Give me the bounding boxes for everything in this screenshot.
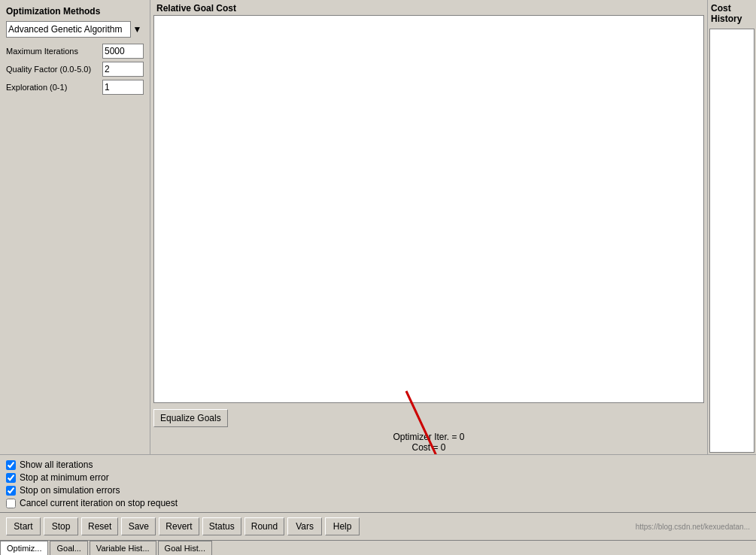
cost-history-label: Cost History <box>708 0 756 27</box>
cancel-current-iter-checkbox[interactable] <box>6 499 16 508</box>
save-button[interactable]: Save <box>121 517 156 535</box>
status-button[interactable]: Status <box>202 517 241 535</box>
stop-on-sim-errors-checkbox[interactable] <box>6 486 16 496</box>
cost-history-area <box>709 29 754 453</box>
button-bar: Start Stop Reset Save Revert Status Roun… <box>0 512 756 540</box>
stop-at-min-error-row: Stop at minimum error <box>6 472 750 483</box>
equalize-btn-row: Equalize Goals <box>150 406 707 430</box>
tab-goal-hist[interactable]: Goal Hist... <box>158 541 212 556</box>
chart-area <box>153 15 704 403</box>
right-panel: Cost History <box>707 0 756 454</box>
stop-button[interactable]: Stop <box>44 517 78 535</box>
optimizer-cost: Cost = 0 <box>156 442 701 453</box>
tab-goal[interactable]: Goal... <box>50 541 87 556</box>
left-panel: Optimization Methods Advanced Genetic Al… <box>0 0 150 454</box>
quality-factor-row: Quality Factor (0.0-5.0) <box>6 62 144 77</box>
algorithm-dropdown[interactable]: Advanced Genetic Algorithm <box>6 21 144 38</box>
max-iterations-input[interactable] <box>102 44 144 59</box>
show-all-iterations-row: Show all iterations <box>6 459 750 470</box>
exploration-input[interactable] <box>102 80 144 95</box>
reset-button[interactable]: Reset <box>81 517 118 535</box>
revert-button[interactable]: Revert <box>159 517 199 535</box>
show-all-iterations-checkbox[interactable] <box>6 460 16 470</box>
stop-at-min-error-label: Stop at minimum error <box>20 472 109 483</box>
stop-at-min-error-checkbox[interactable] <box>6 473 16 483</box>
quality-factor-label: Quality Factor (0.0-5.0) <box>6 65 102 74</box>
optimizer-iter: Optimizer Iter. = 0 <box>156 432 701 442</box>
watermark-text: https://blog.csdn.net/kexuedatan... <box>636 523 750 531</box>
equalize-goals-button[interactable]: Equalize Goals <box>153 409 228 427</box>
start-button[interactable]: Start <box>6 517 41 535</box>
optimization-methods-label: Optimization Methods <box>6 6 144 17</box>
tab-optimization[interactable]: Optimiz... <box>0 541 48 556</box>
center-panel: Relative Goal Cost Equalize Goals Optimi… <box>150 0 707 454</box>
optimizer-status: Optimizer Iter. = 0 Cost = 0 <box>150 430 707 454</box>
cancel-current-iter-label: Cancel current iteration on stop request <box>20 498 178 508</box>
stop-on-sim-errors-label: Stop on simulation errors <box>20 485 120 496</box>
show-all-iterations-label: Show all iterations <box>20 459 93 470</box>
exploration-label: Exploration (0-1) <box>6 83 102 92</box>
help-button[interactable]: Help <box>325 517 360 535</box>
tabs-row: Optimiz... Goal... Variable Hist... Goal… <box>0 540 756 555</box>
cancel-current-iter-row: Cancel current iteration on stop request <box>6 498 750 508</box>
bottom-options: Show all iterations Stop at minimum erro… <box>0 454 756 512</box>
stop-on-sim-errors-row: Stop on simulation errors <box>6 485 750 496</box>
vars-button[interactable]: Vars <box>287 517 322 535</box>
quality-factor-input[interactable] <box>102 62 144 77</box>
round-button[interactable]: Round <box>244 517 284 535</box>
exploration-row: Exploration (0-1) <box>6 80 144 95</box>
chart-section: Relative Goal Cost <box>150 0 707 406</box>
tab-variable-hist[interactable]: Variable Hist... <box>90 541 156 556</box>
chart-title: Relative Goal Cost <box>153 3 704 14</box>
max-iterations-row: Maximum Iterations <box>6 44 144 59</box>
max-iterations-label: Maximum Iterations <box>6 47 102 56</box>
algorithm-dropdown-wrapper[interactable]: Advanced Genetic Algorithm ▼ <box>6 21 144 38</box>
